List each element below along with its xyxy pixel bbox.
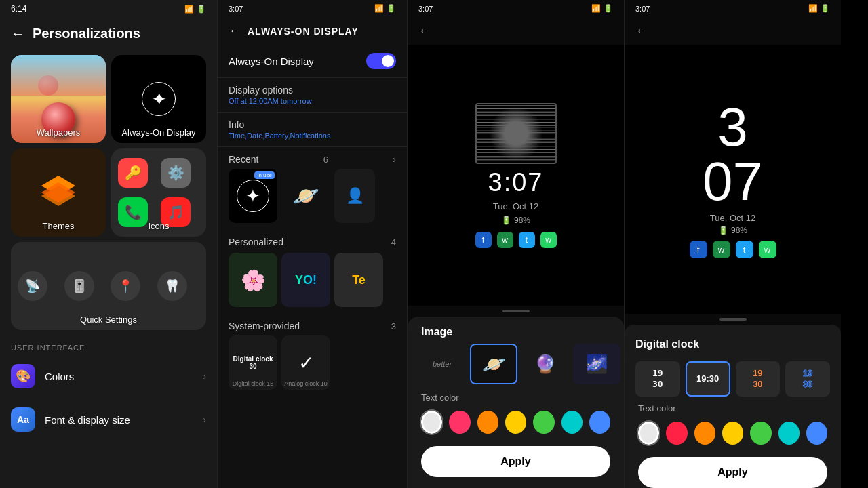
prev-app-1: f xyxy=(475,232,492,248)
signal-icon: 📶 xyxy=(184,5,194,14)
apply-button-4[interactable]: Apply xyxy=(638,457,827,488)
signal-icon-4: 📶 xyxy=(808,4,818,13)
quick-settings-card[interactable]: 📡 🎚️ 📍 🦷 Quick Settings xyxy=(11,242,206,330)
personalized-label: Personalized xyxy=(229,237,283,247)
digital-clock-header: ← xyxy=(625,17,841,45)
page-title-1: Personalizations xyxy=(33,26,140,41)
preview-image xyxy=(475,103,557,164)
color-yellow-4[interactable] xyxy=(722,422,743,445)
recent-count: 6 xyxy=(323,155,328,165)
big-time-display: 3 07 xyxy=(703,100,763,209)
status-bar-4: 3:07 📶 🔋 xyxy=(625,0,841,17)
image-header: ← xyxy=(408,17,624,45)
aod-toggle[interactable] xyxy=(366,53,396,69)
preview-date-4: Tue, Oct 12 xyxy=(710,213,755,223)
color-green-3[interactable] xyxy=(533,411,554,434)
recent-section-header: Recent 6 › xyxy=(218,147,407,169)
prev-app-3: t xyxy=(519,232,535,248)
clock-style-plain[interactable]: 19:30 xyxy=(686,361,730,396)
status-icons-2: 📶 🔋 xyxy=(374,4,396,13)
panel-personalizations: 6:14 📶 🔋 ← Personalizations Wallpapers ✦… xyxy=(0,0,217,488)
system-thumb-row: Digital clock 30 Digital clock 15 ✓ Anal… xyxy=(218,336,407,396)
digital-clock-mini: Digital clock 30 xyxy=(233,355,273,370)
qs-wifi-icon: 📡 xyxy=(18,271,47,301)
color-teal-4[interactable] xyxy=(778,422,800,445)
sys-thumb-1[interactable]: Digital clock 30 Digital clock 15 xyxy=(229,336,277,390)
preview-hour-4: 3 xyxy=(703,100,763,155)
img-opt-3[interactable]: 🔮 xyxy=(521,344,569,384)
qs-location-icon: 📍 xyxy=(111,271,140,301)
custom-thumb-3[interactable]: Te xyxy=(334,253,383,307)
big-app-1: f xyxy=(690,241,707,258)
recent-arrow-icon[interactable]: › xyxy=(393,154,396,165)
digital-clock-thumb-label: Digital clock 15 xyxy=(229,380,277,387)
color-red-4[interactable] xyxy=(666,422,687,445)
drag-handle-3 xyxy=(502,310,530,312)
panel-aod-settings: 3:07 📶 🔋 ← ALWAYS-ON DISPLAY Always-On D… xyxy=(217,0,407,488)
signal-icon-2: 📶 xyxy=(374,4,384,13)
bottom-sheet-3: Image better 🪐 🔮 🌌 Text color xyxy=(408,317,624,488)
status-bar-3: 3:07 📶 🔋 xyxy=(408,0,624,17)
color-orange-4[interactable] xyxy=(694,422,715,445)
img-opt-4[interactable]: 🌌 xyxy=(573,344,620,384)
clock-style-outlined[interactable]: 1930 xyxy=(785,361,830,396)
planet-icon: 🪐 xyxy=(292,183,319,209)
colors-menu-item[interactable]: 🎨 Colors › xyxy=(0,354,217,398)
clock-style-colored[interactable]: 1930 xyxy=(736,361,781,396)
aod-toggle-label: Always-On Display xyxy=(229,56,314,67)
color-blue-3[interactable] xyxy=(589,411,610,434)
color-orange-3[interactable] xyxy=(477,411,498,434)
sys-thumb-2[interactable]: ✓ Analog clock 10 xyxy=(281,336,330,390)
time-1: 6:14 xyxy=(11,4,26,14)
status-icons-1: 📶 🔋 xyxy=(184,5,206,14)
custom-thumb-2[interactable]: YO! xyxy=(281,253,330,307)
aod-settings-header: ← ALWAYS-ON DISPLAY xyxy=(218,17,407,45)
back-button-3[interactable]: ← xyxy=(418,24,431,38)
back-button-4[interactable]: ← xyxy=(635,24,648,38)
big-app-2: w xyxy=(713,241,730,258)
panel-digital-clock: 3:07 📶 🔋 ← 3 07 Tue, Oct 12 🔋 98% f w t … xyxy=(624,0,841,488)
custom-thumb-1[interactable]: 🌸 xyxy=(229,253,277,307)
aod-card[interactable]: ✦ Always-On Display xyxy=(111,55,206,143)
color-red-3[interactable] xyxy=(449,411,470,434)
preview-battery-4: 🔋 98% xyxy=(718,226,747,235)
color-white-4[interactable] xyxy=(638,422,659,445)
color-row-4 xyxy=(625,416,841,450)
preview-battery-3: 🔋 98% xyxy=(501,216,530,225)
color-white-3[interactable] xyxy=(421,411,442,434)
display-options-section[interactable]: Display options Off at 12:00AM tomorrow xyxy=(218,78,407,113)
recent-thumb-3[interactable]: 👤 xyxy=(334,169,375,223)
info-sub: Time,Date,Battery,Notifications xyxy=(229,131,396,140)
apply-button-3[interactable]: Apply xyxy=(421,446,610,477)
back-button-1[interactable]: ← xyxy=(11,26,24,41)
icons-card[interactable]: 🔑 ⚙️ 📞 🎵 Icons xyxy=(111,148,206,237)
font-chevron-icon: › xyxy=(203,414,206,425)
img-opt-2[interactable]: 🪐 xyxy=(470,344,517,384)
preview-apps-3: f w t w xyxy=(475,232,557,248)
back-button-2[interactable]: ← xyxy=(229,24,241,38)
status-bar-2: 3:07 📶 🔋 xyxy=(218,0,407,17)
icons-label: Icons xyxy=(111,221,206,231)
themes-label: Themes xyxy=(11,221,106,231)
recent-thumb-2[interactable]: 🪐 xyxy=(281,169,330,223)
color-teal-3[interactable] xyxy=(561,411,583,434)
sheet-title-3: Image xyxy=(408,317,624,344)
clock-style-segmented[interactable]: 1930 xyxy=(635,361,680,396)
user-interface-section: USER INTERFACE xyxy=(0,336,217,354)
color-blue-4[interactable] xyxy=(806,422,827,445)
themes-card[interactable]: Themes xyxy=(11,148,106,237)
personalized-count: 4 xyxy=(391,237,396,247)
wallpapers-card[interactable]: Wallpapers xyxy=(11,55,106,143)
wallpapers-label: Wallpapers xyxy=(11,127,106,138)
font-label: Font & display size xyxy=(45,414,193,426)
sheet-title-4: Digital clock xyxy=(625,331,841,354)
recent-thumb-1[interactable]: In use ✦ xyxy=(229,169,277,223)
img-opt-1[interactable]: better xyxy=(418,344,466,384)
aod-pattern-icon: ✦ xyxy=(142,82,176,116)
info-section: Info Time,Date,Battery,Notifications xyxy=(218,113,407,147)
prev-app-4: w xyxy=(540,232,557,248)
themes-layers-icon xyxy=(38,176,79,209)
color-yellow-3[interactable] xyxy=(505,411,526,434)
color-green-4[interactable] xyxy=(750,422,771,445)
font-menu-item[interactable]: Aa Font & display size › xyxy=(0,398,217,441)
